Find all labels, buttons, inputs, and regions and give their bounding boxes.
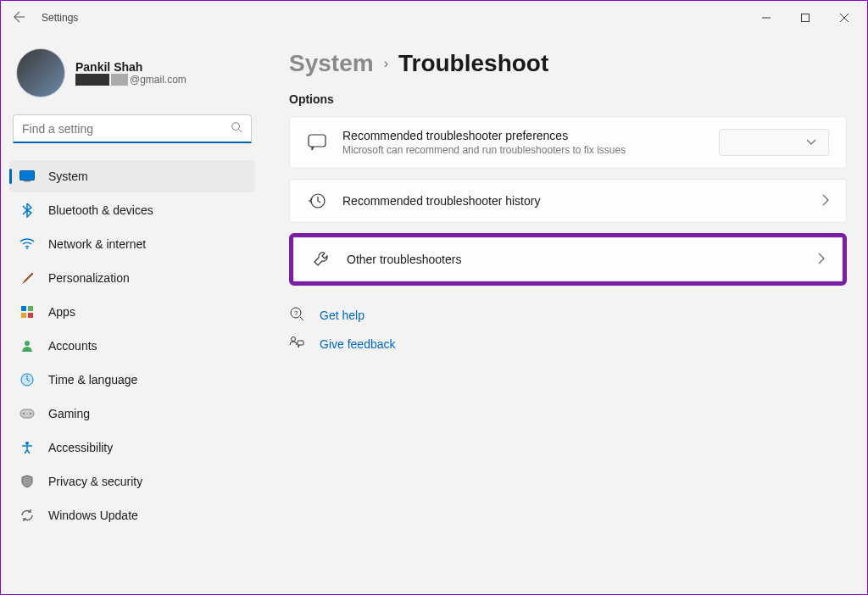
card-title: Other troubleshooters — [347, 253, 804, 266]
svg-rect-11 — [21, 313, 26, 318]
profile-email: @gmail.com — [75, 74, 186, 86]
sidebar-item-time[interactable]: Time & language — [9, 364, 255, 396]
sidebar-item-label: Privacy & security — [48, 475, 142, 488]
shield-icon — [19, 474, 35, 489]
sidebar-item-label: Bluetooth & devices — [48, 203, 153, 217]
svg-rect-9 — [21, 306, 26, 311]
sidebar-item-system[interactable]: System — [9, 160, 255, 192]
main-content: System › Troubleshoot Options Recommende… — [264, 35, 867, 595]
apps-icon — [19, 304, 35, 320]
chevron-down-icon — [806, 139, 816, 146]
svg-rect-12 — [28, 313, 33, 318]
sidebar-item-label: Gaming — [48, 407, 90, 420]
wrench-icon — [311, 250, 331, 269]
card-troubleshooter-prefs[interactable]: Recommended troubleshooter preferences M… — [289, 116, 847, 169]
search-input[interactable] — [22, 122, 231, 136]
sidebar-item-accessibility[interactable]: Accessibility — [9, 431, 255, 464]
chevron-right-icon: › — [384, 56, 388, 71]
wifi-icon — [19, 236, 35, 252]
svg-point-4 — [232, 123, 240, 131]
card-subtitle: Microsoft can recommend and run troubles… — [342, 144, 709, 156]
profile-block[interactable]: Pankil Shah @gmail.com — [9, 43, 255, 114]
person-icon — [19, 338, 35, 353]
message-icon — [307, 134, 327, 151]
give-feedback-link[interactable]: Give feedback — [289, 336, 847, 352]
sidebar-item-label: Accessibility — [48, 441, 113, 454]
sidebar-item-label: Apps — [48, 305, 75, 319]
history-icon — [307, 192, 327, 210]
help-links: ? Get help Give feedback — [289, 306, 847, 352]
close-icon — [840, 14, 849, 22]
link-label: Get help — [320, 309, 364, 322]
svg-rect-15 — [20, 409, 34, 418]
gamepad-icon — [19, 406, 35, 421]
svg-point-13 — [25, 341, 30, 346]
prefs-dropdown[interactable] — [719, 129, 829, 156]
highlight-other-troubleshooters: Other troubleshooters — [289, 233, 847, 286]
sidebar-item-label: Personalization — [48, 271, 130, 285]
redacted-block — [75, 74, 109, 86]
bluetooth-icon — [19, 203, 35, 218]
clock-globe-icon — [19, 372, 35, 387]
card-title: Recommended troubleshooter history — [342, 194, 809, 208]
avatar — [16, 48, 65, 97]
card-troubleshooter-history[interactable]: Recommended troubleshooter history — [289, 179, 847, 223]
sidebar: Pankil Shah @gmail.com System — [1, 35, 264, 595]
svg-point-17 — [30, 413, 31, 414]
sidebar-item-label: Time & language — [48, 373, 137, 386]
help-icon: ? — [289, 306, 306, 324]
sidebar-item-network[interactable]: Network & internet — [9, 228, 255, 260]
chevron-right-icon — [818, 253, 825, 267]
search-icon — [231, 121, 242, 136]
svg-rect-1 — [802, 14, 810, 22]
titlebar: Settings — [1, 1, 867, 35]
svg-rect-10 — [28, 306, 33, 311]
svg-rect-25 — [298, 341, 303, 345]
svg-rect-7 — [24, 181, 31, 182]
back-button[interactable] — [4, 11, 35, 25]
sidebar-item-label: System — [48, 170, 88, 183]
sidebar-item-gaming[interactable]: Gaming — [9, 398, 255, 430]
sidebar-item-personalization[interactable]: Personalization — [9, 262, 255, 294]
arrow-left-icon — [14, 11, 25, 23]
minimize-icon — [762, 14, 771, 22]
sidebar-item-label: Network & internet — [48, 237, 146, 251]
sidebar-item-accounts[interactable]: Accounts — [9, 330, 255, 362]
svg-line-5 — [239, 130, 242, 133]
search-box[interactable] — [13, 114, 252, 143]
breadcrumb: System › Troubleshoot — [289, 50, 847, 77]
sidebar-item-label: Accounts — [48, 339, 97, 353]
feedback-icon — [289, 336, 306, 352]
maximize-button[interactable] — [786, 4, 825, 31]
breadcrumb-current: Troubleshoot — [398, 50, 548, 77]
system-icon — [19, 169, 35, 184]
svg-point-18 — [25, 442, 29, 445]
section-heading: Options — [289, 92, 847, 106]
svg-rect-19 — [309, 135, 326, 147]
chevron-right-icon — [822, 194, 829, 209]
svg-line-23 — [300, 317, 303, 320]
sidebar-item-update[interactable]: Windows Update — [9, 499, 255, 531]
minimize-button[interactable] — [747, 4, 786, 31]
window-title: Settings — [42, 12, 78, 24]
accessibility-icon — [19, 440, 35, 455]
sidebar-item-privacy[interactable]: Privacy & security — [9, 465, 255, 498]
get-help-link[interactable]: ? Get help — [289, 306, 847, 324]
link-label: Give feedback — [320, 337, 396, 351]
card-title: Recommended troubleshooter preferences — [342, 129, 709, 142]
redacted-block — [111, 74, 128, 86]
nav: System Bluetooth & devices Network & int… — [9, 160, 255, 531]
profile-name: Pankil Shah — [75, 60, 186, 74]
svg-text:?: ? — [294, 309, 298, 317]
card-other-troubleshooters[interactable]: Other troubleshooters — [293, 237, 843, 281]
svg-point-8 — [26, 247, 28, 249]
close-button[interactable] — [825, 4, 864, 31]
svg-point-16 — [23, 413, 25, 414]
sidebar-item-bluetooth[interactable]: Bluetooth & devices — [9, 194, 255, 226]
update-icon — [19, 508, 35, 523]
svg-rect-6 — [20, 171, 35, 181]
sidebar-item-apps[interactable]: Apps — [9, 296, 255, 328]
breadcrumb-parent[interactable]: System — [289, 50, 374, 77]
maximize-icon — [801, 14, 810, 22]
sidebar-item-label: Windows Update — [48, 509, 138, 522]
